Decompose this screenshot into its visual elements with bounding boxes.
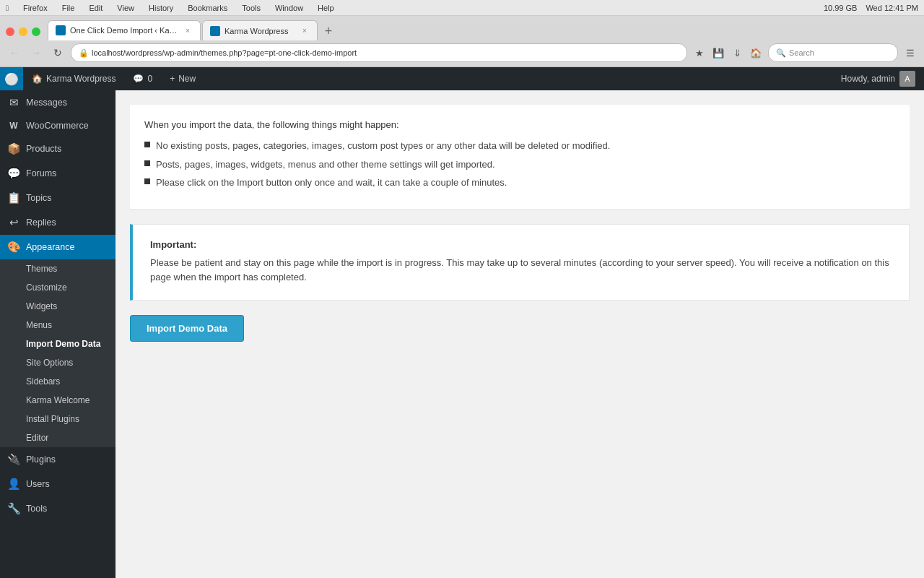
sub-customize[interactable]: Customize [0,278,116,297]
clock: Wed 12:41 PM [866,4,918,12]
download-icon[interactable]: ⇓ [729,45,745,61]
import-demo-data-button[interactable]: Import Demo Data [130,315,244,342]
bullet-2 [144,160,150,166]
sidebar-item-tools[interactable]: 🔧 Tools [0,496,116,521]
history-menu[interactable]: History [149,4,173,12]
sidebar-item-users[interactable]: 👤 Users [0,472,116,496]
sub-editor[interactable]: Editor [0,428,116,447]
window-maximize-button[interactable] [32,27,40,36]
tab-label-2: Karma Wordpress [225,27,288,35]
new-label: New [178,74,196,84]
list-item-3: Please click on the Import button only o… [144,176,895,190]
sidebar-label-topics: Topics [26,193,51,203]
comments-link[interactable]: 💬 0 [124,67,161,90]
view-menu[interactable]: View [117,4,134,12]
forums-icon: 💬 [7,167,20,180]
sidebar-item-appearance[interactable]: 🎨 Appearance [0,235,116,259]
tab-favicon-1 [56,25,66,35]
comment-icon: 💬 [133,74,144,84]
os-status: 10.99 GB Wed 12:41 PM [824,4,918,12]
tab-2[interactable]: Karma Wordpress × [202,20,318,40]
sidebar-item-topics[interactable]: 📋 Topics [0,186,116,210]
browser-search[interactable]: 🔍 Search [768,43,898,62]
sub-themes[interactable]: Themes [0,259,116,278]
sub-widgets[interactable]: Widgets [0,297,116,316]
refresh-button[interactable]: ↻ [49,44,66,61]
site-name-link[interactable]: 🏠 Karma Wordpress [23,67,124,90]
new-tab-button[interactable]: + [319,22,338,40]
sidebar-item-products[interactable]: 📦 Products [0,137,116,161]
search-placeholder: Search [789,48,814,57]
new-content-link[interactable]: + New [161,67,204,90]
address-bar: ← → ↻ 🔒 localhost/wordpress/wp-admin/the… [0,40,924,66]
url-text: localhost/wordpress/wp-admin/themes.php?… [92,48,357,57]
file-menu[interactable]: File [62,4,75,12]
sub-install-plugins[interactable]: Install Plugins [0,410,116,428]
sidebar-item-forums[interactable]: 💬 Forums [0,161,116,186]
tools-icon: 🔧 [7,502,20,515]
window-minimize-button[interactable] [19,27,27,36]
wp-icon: ⚪ [4,72,19,86]
appearance-submenu: Themes Customize Widgets Menus Import De… [0,259,116,447]
firefox-menu[interactable]: Firefox [23,4,48,12]
tab-1[interactable]: One Click Demo Import ‹ Karma... × [48,20,201,40]
tab-close-2[interactable]: × [300,26,310,36]
plugins-icon: 🔌 [7,453,20,466]
howdy-text[interactable]: Howdy, admin A [832,71,924,87]
sidebar-label-replies: Replies [26,217,56,228]
sidebar-label-woocommerce: WooCommerce [26,121,89,131]
messages-icon: ✉ [7,96,20,109]
back-button[interactable]: ← [6,44,23,61]
sidebar-label-products: Products [26,144,61,154]
bullet-text-2: Posts, pages, images, widgets, menus and… [156,158,495,172]
apple-icon[interactable]:  [6,4,9,12]
sidebar-label-plugins: Plugins [26,454,56,465]
forward-button[interactable]: → [27,44,45,61]
plus-icon: + [170,74,175,84]
bookmark-star-icon[interactable]: ★ [692,45,707,61]
main-content: When you import the data, the following … [116,90,924,578]
wp-admin: ⚪ 🏠 Karma Wordpress 💬 0 + New Howdy, adm… [0,67,924,578]
howdy-label: Howdy, admin [841,74,895,84]
important-text: Please be patient and stay on this page … [150,256,892,286]
window-close-button[interactable] [6,27,14,36]
sub-menus[interactable]: Menus [0,316,116,335]
tools-menu[interactable]: Tools [242,4,261,12]
comments-count: 0 [147,74,152,84]
list-item-2: Posts, pages, images, widgets, menus and… [144,158,895,172]
url-bar[interactable]: 🔒 localhost/wordpress/wp-admin/themes.ph… [71,43,687,62]
home-icon-bar: 🏠 [32,74,43,84]
list-item-1: No existing posts, pages, categories, im… [144,139,895,153]
tab-close-1[interactable]: × [183,25,193,35]
help-menu[interactable]: Help [318,4,334,12]
bullet-text-1: No existing posts, pages, categories, im… [156,139,610,153]
save-icon[interactable]: 💾 [710,45,726,61]
home-icon[interactable]: 🏠 [748,45,764,61]
wp-logo[interactable]: ⚪ [0,67,23,90]
bullet-3 [144,178,150,184]
window-menu[interactable]: Window [275,4,303,12]
sidebar-label-forums: Forums [26,168,56,178]
bullet-list: No existing posts, pages, categories, im… [144,139,895,190]
sub-site-options[interactable]: Site Options [0,353,116,372]
sub-import-demo[interactable]: Import Demo Data [0,335,116,353]
sidebar-item-woocommerce[interactable]: W WooCommerce [0,115,116,137]
topics-icon: 📋 [7,191,20,204]
sidebar-item-messages[interactable]: ✉ Messages [0,90,116,115]
appearance-icon: 🎨 [7,241,20,254]
info-section: When you import the data, the following … [130,105,910,210]
edit-menu[interactable]: Edit [89,4,103,12]
bookmarks-menu[interactable]: Bookmarks [188,4,227,12]
admin-bar-right: Howdy, admin A [832,71,924,87]
wp-content-wrapper: ✉ Messages W WooCommerce 📦 Products 💬 Fo… [0,90,924,578]
sidebar-item-plugins[interactable]: 🔌 Plugins [0,447,116,472]
menu-icon[interactable]: ☰ [902,45,918,61]
woocommerce-icon: W [7,121,20,131]
admin-bar: ⚪ 🏠 Karma Wordpress 💬 0 + New Howdy, adm… [0,67,924,90]
sub-sidebars[interactable]: Sidebars [0,372,116,391]
site-name: Karma Wordpress [46,74,116,84]
important-title: Important: [150,239,892,250]
sidebar-label-messages: Messages [26,98,67,108]
sidebar-item-replies[interactable]: ↩ Replies [0,210,116,235]
sub-karma-welcome[interactable]: Karma Welcome [0,391,116,410]
